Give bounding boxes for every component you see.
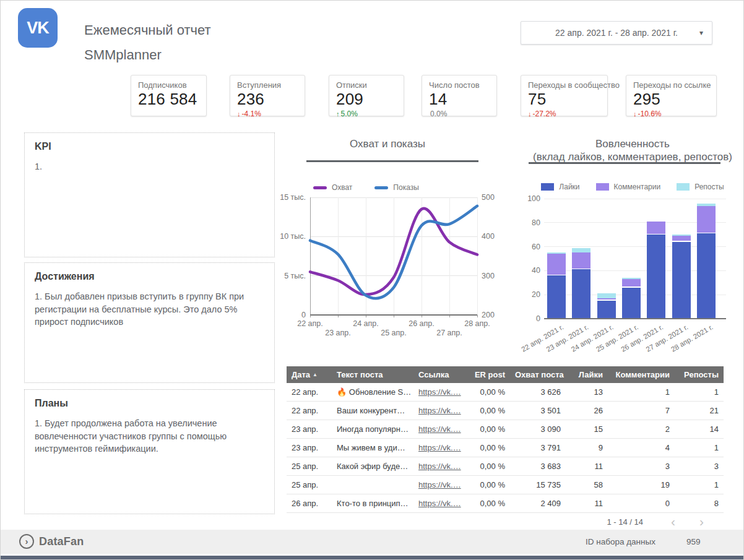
kpi-note-heading: KPI: [35, 141, 264, 152]
table-cell: 3 791: [510, 439, 566, 457]
scorecard-delta: 0.0%: [429, 110, 490, 118]
legend-label: Охват: [332, 183, 352, 192]
arrow-down-icon: ↓: [633, 110, 637, 118]
scorecard-delta: ↓-10.6%: [633, 110, 709, 118]
post-link[interactable]: https://vk.…: [418, 406, 461, 415]
prev-page-button[interactable]: ‹: [671, 514, 675, 529]
report-title-line2: SMMplanner: [84, 43, 211, 67]
table-cell: 11: [566, 494, 608, 513]
scorecard-value: 209: [336, 90, 397, 109]
table-cell: 1: [675, 383, 724, 402]
column-header-1[interactable]: Текст поста: [332, 366, 413, 383]
right-axis-tick: 400: [482, 232, 495, 241]
cell-value: 3 501: [540, 406, 561, 415]
column-header-2[interactable]: Ссылка: [413, 366, 463, 383]
post-link[interactable]: https://vk.…: [418, 443, 461, 452]
scorecard-value: 216 584: [138, 90, 199, 109]
plans-note-body: 1. Будет продолжена работа на увеличение…: [35, 417, 264, 455]
bar-chart-title-line2: (вклад лайков, комментариев, репостов): [524, 150, 742, 163]
legend-item: Показы: [374, 183, 418, 192]
post-link[interactable]: https://vk.…: [418, 387, 461, 397]
scorecard-delta-value: 0.0%: [430, 110, 447, 118]
table-cell: 15: [566, 420, 608, 439]
column-header-3[interactable]: ER post: [463, 366, 510, 383]
datafan-logo: › DataFan: [19, 534, 84, 549]
scorecard-3: Число постов140.0%: [422, 75, 497, 116]
post-link[interactable]: https://vk.…: [418, 499, 461, 508]
legend-label: Показы: [393, 183, 418, 192]
scorecard-delta-value: 5.0%: [341, 110, 358, 118]
cell-value: 13: [594, 387, 603, 397]
column-header-4[interactable]: Охват поста: [510, 366, 566, 383]
cell-value: 22 апр.: [292, 387, 318, 397]
scorecard-5: Переходы по ссылке295↓-10.6%: [626, 75, 717, 116]
arrow-down-icon: ↓: [237, 110, 241, 118]
bar-y-axis-tick: 40: [532, 266, 540, 275]
scorecard-delta: ↓-4.1%: [237, 110, 298, 118]
table-cell: 0,00 %: [463, 383, 510, 402]
table-cell: https://vk.…: [413, 402, 463, 420]
footer-bar: › DataFan ID набора данных 959: [1, 530, 744, 554]
table-cell: 3: [675, 457, 724, 476]
table-row: 25 апр.Какой эфир буде…https://vk.…0,00 …: [287, 457, 724, 476]
column-header-7[interactable]: Репосты: [675, 366, 724, 383]
column-header-5[interactable]: Лайки: [566, 366, 608, 383]
post-link[interactable]: https://vk.…: [418, 424, 461, 434]
table-row: 22 апр.🔥 Обновление S…https://vk.…0,00 %…: [287, 383, 724, 402]
scorecard-value: 295: [633, 90, 709, 109]
cell-value: 0,00 %: [480, 480, 505, 489]
table-cell: 0,00 %: [463, 476, 510, 494]
next-page-button[interactable]: ›: [699, 514, 704, 529]
table-cell: https://vk.…: [413, 383, 463, 402]
scorecard-1: Вступления236↓-4.1%: [230, 75, 305, 116]
bar-y-axis-tick: 60: [532, 243, 540, 251]
post-link[interactable]: https://vk.…: [418, 462, 461, 471]
table-cell: 23 апр.: [287, 420, 332, 439]
bar-segment: [572, 252, 590, 269]
table-cell: 15 735: [510, 476, 566, 494]
scorecard-value: 14: [429, 90, 490, 109]
table-cell: 0,00 %: [463, 494, 510, 513]
bar-x-axis-label: 27 апр. 2021 г.: [645, 323, 690, 353]
x-axis-label: 24 апр.: [353, 319, 379, 328]
bar-x-axis-label: 28 апр. 2021 г.: [670, 323, 714, 353]
x-axis-label: 25 апр.: [381, 329, 407, 337]
scorecard-label: Отписки: [336, 80, 397, 90]
bar-segment: [597, 298, 616, 299]
table-cell: 26: [566, 402, 608, 420]
bar-segment: [672, 242, 691, 318]
scorecard-delta-value: -10.6%: [638, 110, 662, 118]
table-cell: Мы живем в уди…: [332, 439, 413, 457]
legend-item: Комментарии: [596, 183, 661, 191]
cell-value: 14: [710, 424, 719, 434]
line-chart-title: Охват и показы: [279, 137, 496, 150]
table-cell: 3 090: [510, 420, 566, 439]
post-link[interactable]: https://vk.…: [418, 480, 461, 489]
bar-segment: [647, 235, 665, 317]
cell-value: 0,00 %: [480, 443, 505, 452]
x-axis-label: 28 апр.: [464, 319, 490, 328]
cell-value: 11: [595, 462, 603, 471]
table-cell: 4: [608, 439, 675, 457]
bar-x-axis-label: 25 апр. 2021 г.: [595, 323, 639, 353]
cell-value: 0,00 %: [480, 499, 505, 508]
line-chart-canvas: 02005 тыс.30010 тыс.40015 тыс.50022 апр.…: [279, 192, 496, 341]
plans-note-heading: Планы: [35, 398, 264, 409]
table-cell: 25 апр.: [287, 457, 332, 476]
cell-value: 7: [665, 406, 670, 415]
scorecard-delta: ↑5.0%: [336, 110, 397, 118]
column-header-6[interactable]: Комментарии: [608, 366, 675, 383]
dataset-id-value: 959: [686, 537, 701, 546]
cell-value: 21: [710, 406, 719, 415]
column-header-0[interactable]: Дата▲: [287, 366, 332, 383]
date-range-selector[interactable]: 22 апр. 2021 г. - 28 апр. 2021 г. ▾: [521, 21, 712, 45]
line-chart-title-rule: [306, 160, 478, 162]
bar-segment: [572, 248, 590, 253]
table-cell: 22 апр.: [287, 383, 332, 402]
bar-segment: [547, 252, 566, 254]
table-cell: Какой эфир буде…: [332, 457, 413, 476]
cell-value: 1: [714, 480, 719, 489]
cell-value: 3 626: [540, 387, 561, 397]
cell-value: 26: [594, 406, 603, 415]
bar-segment: [572, 269, 590, 317]
